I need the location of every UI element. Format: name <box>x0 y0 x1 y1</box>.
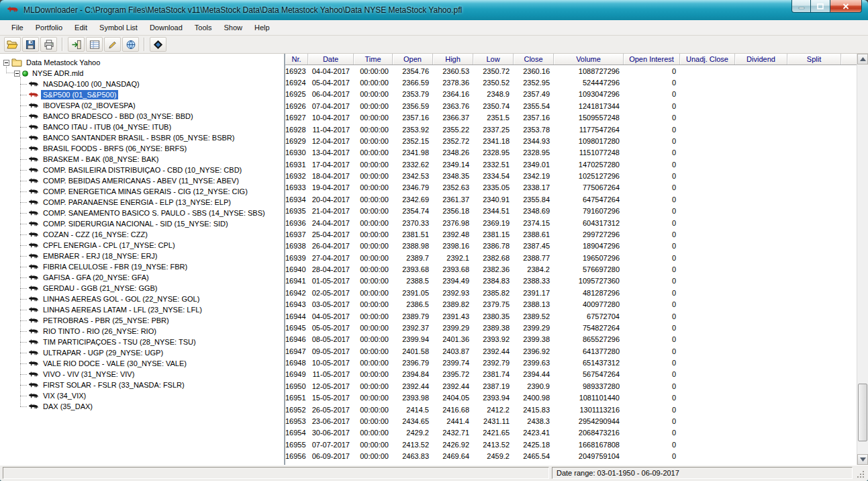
tree-item-label[interactable]: CPFL ENERGIA - CPL (17_NYSE: CPL) <box>41 240 177 250</box>
app-icon[interactable] <box>7 5 19 15</box>
table-row[interactable]: 1692912-04-201700:00:002352.152352.72234… <box>285 135 857 146</box>
tree-item-symbol[interactable]: GERDAU - GGB (21_NYSE: GGB) <box>3 283 284 294</box>
table-row[interactable]: 1693420-04-201700:00:002342.692361.37234… <box>285 193 857 205</box>
tree-item-label[interactable]: BANCO SANTANDER BRASIL - BSBR (05_NYSE: … <box>41 133 236 142</box>
tree-item-symbol[interactable]: COMP. BASILEIRA DISTRIBUIÇAO - CBD (10_N… <box>3 165 284 175</box>
tree-item-label[interactable]: LINHAS AEREAS GOL - GOL (22_NYSE: GOL) <box>41 294 201 304</box>
tree-item-label[interactable]: COMP. SIDERURGIA NACIONAL - SID (15_NYSE… <box>41 219 230 228</box>
metastock-button[interactable] <box>150 37 166 52</box>
tree-item-label[interactable]: IBOVESPA (02_IBOVESPA) <box>41 101 138 110</box>
tree-item-symbol[interactable]: ULTRAPAR - UGP (29_NYSE: UGP) <box>3 347 284 358</box>
table-row[interactable]: 1692405-04-201700:00:002366.592378.36235… <box>285 77 857 88</box>
table-row[interactable]: 1695606-09-201700:00:002463.832469.64245… <box>285 450 857 462</box>
tree-item-root[interactable]: Data Metastock Yahoo <box>3 57 284 68</box>
online-update-button[interactable] <box>122 37 139 52</box>
column-header-close[interactable]: Close <box>514 54 554 64</box>
table-row[interactable]: 1694028-04-201700:00:002393.682393.68238… <box>285 263 857 275</box>
menu-portfolio[interactable]: Portfolio <box>30 20 68 35</box>
column-header-nr[interactable]: Nr. <box>285 54 308 64</box>
tree-item-label[interactable]: BANCO BRADESCO - BBD (03_NYSE: BBD) <box>41 112 195 121</box>
table-row[interactable]: 1694505-05-201700:00:002392.372399.29238… <box>285 322 857 333</box>
portfolio-label[interactable]: NYSE ADR.mld <box>30 69 85 78</box>
tree-item-symbol[interactable]: BRASIL FOODS - BRFS (06_NYSE: BRFS) <box>3 143 284 154</box>
scrollbar-thumb[interactable] <box>858 384 867 441</box>
table-row[interactable]: 1695507-07-201700:00:002413.522426.92241… <box>285 439 857 450</box>
tree-item-label[interactable]: DAX (35_DAX) <box>41 402 95 411</box>
table-row[interactable]: 1694810-05-201700:00:002396.792399.74239… <box>285 357 857 368</box>
column-header-low[interactable]: Low <box>473 54 514 64</box>
column-header-open-interest[interactable]: Open Interest <box>624 54 680 64</box>
tree-item-label[interactable]: GAFISA - GFA (20_NYSE: GFA) <box>41 273 151 282</box>
table-row[interactable]: 1693117-04-201700:00:002332.622349.14233… <box>285 159 857 170</box>
menu-download[interactable]: Download <box>144 20 189 35</box>
table-row[interactable]: 1694911-05-201700:00:002394.842395.72238… <box>285 369 857 380</box>
tree-item-label[interactable]: EMBRAER - ERJ (18_NYSE: ERJ) <box>41 251 160 261</box>
tree-item-symbol[interactable]: NASDAQ-100 (00_NASDAQ) <box>3 79 284 89</box>
tree-item-label[interactable]: BANCO ITAU - ITUB (04_NYSE: ITUB) <box>41 122 173 132</box>
tree-item-label[interactable]: GERDAU - GGB (21_NYSE: GGB) <box>41 283 160 293</box>
tree-item-label[interactable]: COMP. PARANAENSE ENERGIA - ELP (13_NYSE:… <box>41 198 233 207</box>
tree-item-label[interactable]: LINHAS AEREAS LATAM - LFL (23_NYSE: LFL) <box>41 305 204 314</box>
edit-symbol-button[interactable] <box>104 37 121 52</box>
tree-item-symbol[interactable]: DAX (35_DAX) <box>3 401 284 412</box>
quote-list-button[interactable] <box>86 37 103 52</box>
tree-item-label[interactable]: COMP. BASILEIRA DISTRIBUIÇAO - CBD (10_N… <box>41 165 244 175</box>
tree-item-symbol[interactable]: GAFISA - GFA (20_NYSE: GFA) <box>3 272 284 283</box>
table-row[interactable]: 1695012-05-201700:00:002392.442392.44238… <box>285 380 857 392</box>
table-row[interactable]: 1693013-04-201700:00:002341.982348.26232… <box>285 147 857 159</box>
menu-symbol-list[interactable]: Symbol List <box>93 20 144 35</box>
tree-item-label[interactable]: COMP. SANEAMENTO BASICO S. PAULO - SBS (… <box>41 208 267 218</box>
tree-item-label[interactable]: VIX (34_VIX) <box>41 391 88 400</box>
table-row[interactable]: 1693319-04-201700:00:002346.792352.63233… <box>285 182 857 193</box>
tree-item-symbol[interactable]: RIO TINTO - RIO (26_NYSE: RIO) <box>3 326 284 337</box>
column-header-dividend[interactable]: Dividend <box>735 54 787 64</box>
table-row[interactable]: 1693826-04-201700:00:002388.982398.16238… <box>285 240 857 252</box>
column-header-time[interactable]: Time <box>354 54 393 64</box>
tree-item-label[interactable]: BRASIL FOODS - BRFS (06_NYSE: BRFS) <box>41 144 189 153</box>
tree-item-label[interactable]: ULTRAPAR - UGP (29_NYSE: UGP) <box>41 348 165 357</box>
table-row[interactable]: 1695115-05-201700:00:002393.982404.05239… <box>285 392 857 404</box>
tree-item-symbol[interactable]: COMP. SANEAMENTO BASICO S. PAULO - SBS (… <box>3 208 284 218</box>
column-header-high[interactable]: High <box>433 54 473 64</box>
table-row[interactable]: 1695226-05-201700:00:002414.52416.682412… <box>285 404 857 415</box>
table-row[interactable]: 1693624-04-201700:00:002370.332376.98236… <box>285 217 857 228</box>
column-header-date[interactable]: Date <box>308 54 354 64</box>
table-row[interactable]: 1693927-04-201700:00:002389.72392.12382.… <box>285 252 857 263</box>
tree-item-symbol[interactable]: EMBRAER - ERJ (18_NYSE: ERJ) <box>3 251 284 261</box>
table-row[interactable]: 1694608-05-201700:00:002399.942401.36239… <box>285 334 857 345</box>
import-data-button[interactable] <box>68 37 85 52</box>
tree-item-symbol[interactable]: COMP. ENERGETICA MINAS GERAIS - CIG (12_… <box>3 186 284 197</box>
tree-item-label[interactable]: COZAN - CZZ (16_NYSE: CZZ) <box>41 230 150 239</box>
menu-edit[interactable]: Edit <box>68 20 93 35</box>
tree-item-symbol[interactable]: LINHAS AEREAS LATAM - LFL (23_NYSE: LFL) <box>3 304 284 315</box>
menu-file[interactable]: File <box>5 20 30 35</box>
menu-show[interactable]: Show <box>218 20 249 35</box>
scroll-up-button[interactable] <box>857 54 868 64</box>
tree-item-label[interactable]: BRASKEM - BAK (08_NYSE: BAK) <box>41 155 160 164</box>
tree-item-symbol[interactable]: S&P500 (01_S&P500) <box>3 89 284 100</box>
table-row[interactable]: 1692304-04-201700:00:002354.762360.53235… <box>285 65 857 77</box>
table-row[interactable]: 1694404-05-201700:00:002389.792391.43238… <box>285 310 857 322</box>
title-bar[interactable]: MLDownloader - C:\Program Files\MetaStoc… <box>0 0 868 20</box>
table-row[interactable]: 1692607-04-201700:00:002356.592363.76235… <box>285 100 857 112</box>
tree-item-symbol[interactable]: TIM PARTICIPAÇOES - TSU (28_NYSE: TSU) <box>3 337 284 347</box>
table-row[interactable]: 1692710-04-201700:00:002357.162366.37235… <box>285 112 857 124</box>
table-row[interactable]: 1693725-04-201700:00:002381.512392.48238… <box>285 228 857 240</box>
menu-help[interactable]: Help <box>248 20 276 35</box>
tree-item-symbol[interactable]: BANCO ITAU - ITUB (04_NYSE: ITUB) <box>3 122 284 132</box>
tree-item-symbol[interactable]: CPFL ENERGIA - CPL (17_NYSE: CPL) <box>3 240 284 251</box>
table-row[interactable]: 1693521-04-201700:00:002354.742356.18234… <box>285 206 857 217</box>
tree-item-symbol[interactable]: VIVO - VIV (31_NYSE: VIV) <box>3 369 284 380</box>
print-button[interactable] <box>40 37 57 52</box>
tree-item-symbol[interactable]: BANCO BRADESCO - BBD (03_NYSE: BBD) <box>3 111 284 122</box>
tree-item-symbol[interactable]: IBOVESPA (02_IBOVESPA) <box>3 100 284 111</box>
tree-item-symbol[interactable]: LINHAS AEREAS GOL - GOL (22_NYSE: GOL) <box>3 294 284 304</box>
minimize-button[interactable] <box>791 0 811 13</box>
tree-root-label[interactable]: Data Metastock Yahoo <box>24 58 102 67</box>
table-row[interactable]: 1695430-06-201700:00:002429.22432.712421… <box>285 427 857 439</box>
vertical-scrollbar[interactable] <box>857 54 868 465</box>
scroll-down-button[interactable] <box>857 454 868 465</box>
resize-grip-icon[interactable] <box>855 468 865 479</box>
table-row[interactable]: 1694303-05-201700:00:002386.52389.822379… <box>285 299 857 310</box>
tree-item-label[interactable]: S&P500 (01_S&P500) <box>41 90 118 99</box>
